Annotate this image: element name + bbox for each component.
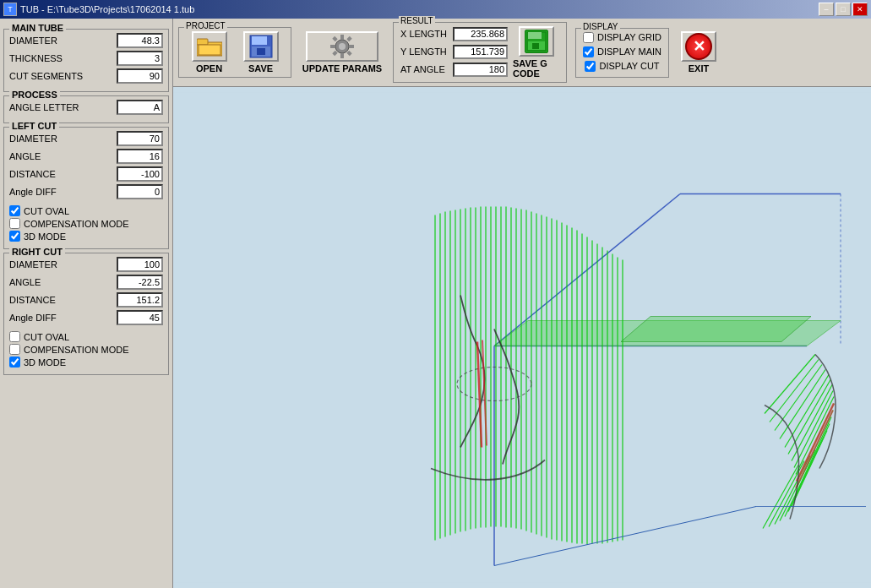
display-cut-checkbox[interactable] xyxy=(585,61,596,72)
right-cut-group: RIGHT CUT DIAMETER ANGLE DISTANCE Angle … xyxy=(3,253,169,375)
lc-compensation-checkbox[interactable] xyxy=(9,218,20,229)
rc-distance-row: DISTANCE xyxy=(9,292,163,308)
svg-rect-15 xyxy=(332,51,337,56)
minimize-button[interactable]: – xyxy=(819,3,834,16)
project-group: PROJECT OPEN xyxy=(178,27,291,78)
title-bar: T TUB - E:\Tube3D\Projects\17062014 1.tu… xyxy=(0,0,871,19)
at-angle-input[interactable] xyxy=(453,63,508,77)
svg-rect-13 xyxy=(332,36,337,41)
rc-distance-label: DISTANCE xyxy=(9,295,56,305)
x-length-label: X LENGTH xyxy=(400,29,449,39)
y-length-label: Y LENGTH xyxy=(400,46,449,57)
lc-angle-diff-label: Angle DIFF xyxy=(9,187,57,197)
lc-compensation-row: COMPENSATION MODE xyxy=(9,218,163,229)
rc-angle-row: ANGLE xyxy=(9,275,163,290)
rc-angle-diff-row: Angle DIFF xyxy=(9,310,163,325)
y-length-input[interactable] xyxy=(453,45,508,59)
rc-angle-diff-input[interactable] xyxy=(117,310,163,325)
display-grid-checkbox[interactable] xyxy=(583,32,594,43)
result-group-title: RESULT xyxy=(399,16,435,25)
close-button[interactable]: ✕ xyxy=(852,3,868,16)
rc-diameter-label: DIAMETER xyxy=(9,259,57,270)
folder-icon xyxy=(197,35,222,57)
lc-cut-oval-row: CUT OVAL xyxy=(9,205,163,216)
svg-rect-11 xyxy=(330,45,335,48)
lc-angle-row: ANGLE xyxy=(9,149,163,164)
at-angle-label: AT ANGLE xyxy=(400,64,449,74)
rc-compensation-label: COMPENSATION MODE xyxy=(24,345,128,355)
project-group-title: PROJECT xyxy=(184,21,227,30)
rc-distance-input[interactable] xyxy=(117,292,163,308)
cut-segments-input[interactable] xyxy=(117,68,163,84)
save-button[interactable]: SAVE xyxy=(237,31,284,74)
rc-diameter-row: DIAMETER xyxy=(9,257,163,272)
update-params-button[interactable]: UPDATE PARAMS xyxy=(300,31,384,74)
at-angle-row: AT ANGLE xyxy=(400,63,508,77)
thickness-input[interactable] xyxy=(117,51,163,66)
save-g-code-label: SAVE G CODE xyxy=(513,58,559,79)
save-g-code-button[interactable]: SAVE G CODE xyxy=(513,26,559,79)
display-cut-row: DISPLAY CUT xyxy=(585,61,659,72)
window-title: TUB - E:\Tube3D\Projects\17062014 1.tub xyxy=(20,4,194,14)
rc-3d-mode-row: 3D MODE xyxy=(9,357,163,368)
open-icon xyxy=(192,31,227,62)
rc-cut-oval-checkbox[interactable] xyxy=(9,331,20,342)
x-length-input[interactable] xyxy=(453,27,508,41)
top-toolbar: PROJECT OPEN xyxy=(173,19,871,87)
rc-diameter-input[interactable] xyxy=(117,257,163,272)
display-group: DISPLAY DISPLAY GRID DISPLAY MAIN DISPLA… xyxy=(575,28,669,78)
open-button[interactable]: OPEN xyxy=(186,31,232,74)
svg-rect-4 xyxy=(252,36,267,45)
svg-rect-18 xyxy=(528,32,542,39)
lc-angle-diff-input[interactable] xyxy=(117,184,163,199)
lc-3d-mode-row: 3D MODE xyxy=(9,231,163,242)
process-group: PROCESS ANGLE LETTER xyxy=(3,95,169,123)
left-panel: MAIN TUBE DIAMETER THICKNESS CUT SEGMENT… xyxy=(0,19,173,588)
cut-segments-row: CUT SEGMENTS xyxy=(9,68,163,84)
svg-rect-9 xyxy=(340,35,344,40)
thickness-label: THICKNESS xyxy=(9,53,63,63)
save-icon xyxy=(243,31,279,62)
exit-button[interactable]: ✕ EXIT xyxy=(681,31,716,74)
display-grid-label: DISPLAY GRID xyxy=(597,32,661,42)
angle-letter-input[interactable] xyxy=(117,100,163,115)
diameter-input[interactable] xyxy=(117,33,163,48)
angle-letter-row: ANGLE LETTER xyxy=(9,100,163,115)
thickness-row: THICKNESS xyxy=(9,51,163,66)
3d-view-svg xyxy=(173,87,871,588)
red-x-icon: ✕ xyxy=(685,33,712,60)
rc-cut-oval-label: CUT OVAL xyxy=(24,332,69,342)
rc-compensation-checkbox[interactable] xyxy=(9,344,20,355)
display-main-checkbox[interactable] xyxy=(583,46,594,57)
green-save-svg xyxy=(526,31,547,52)
svg-rect-6 xyxy=(257,48,265,55)
lc-cut-oval-checkbox[interactable] xyxy=(9,205,20,216)
canvas-area[interactable] xyxy=(173,87,871,588)
green-floppy-icon xyxy=(525,30,548,53)
svg-rect-10 xyxy=(340,53,344,58)
lc-3d-mode-checkbox[interactable] xyxy=(9,231,20,242)
rc-angle-label: ANGLE xyxy=(9,277,41,287)
save-g-code-icon xyxy=(519,26,554,57)
rc-3d-mode-checkbox[interactable] xyxy=(9,357,20,368)
lc-distance-input[interactable] xyxy=(117,166,163,182)
left-cut-group: LEFT CUT DIAMETER ANGLE DISTANCE Angle D… xyxy=(3,127,169,249)
lc-angle-input[interactable] xyxy=(117,149,163,164)
lc-distance-label: DISTANCE xyxy=(9,169,56,179)
result-group: RESULT X LENGTH Y LENGTH AT ANGLE xyxy=(393,22,567,83)
rc-angle-input[interactable] xyxy=(117,275,163,290)
display-main-row: DISPLAY MAIN xyxy=(583,46,661,57)
y-length-row: Y LENGTH xyxy=(400,45,508,59)
update-params-icon xyxy=(306,31,378,62)
update-params-label: UPDATE PARAMS xyxy=(302,63,382,74)
svg-rect-2 xyxy=(199,45,220,55)
lc-diameter-label: DIAMETER xyxy=(9,133,57,144)
svg-marker-67 xyxy=(621,317,811,342)
diameter-row: DIAMETER xyxy=(9,33,163,48)
lc-diameter-input[interactable] xyxy=(117,131,163,146)
process-title: PROCESS xyxy=(9,90,60,100)
maximize-button[interactable]: □ xyxy=(836,3,851,16)
main-tube-title: MAIN TUBE xyxy=(9,23,66,33)
exit-icon: ✕ xyxy=(681,31,716,62)
rc-angle-diff-label: Angle DIFF xyxy=(9,313,57,323)
